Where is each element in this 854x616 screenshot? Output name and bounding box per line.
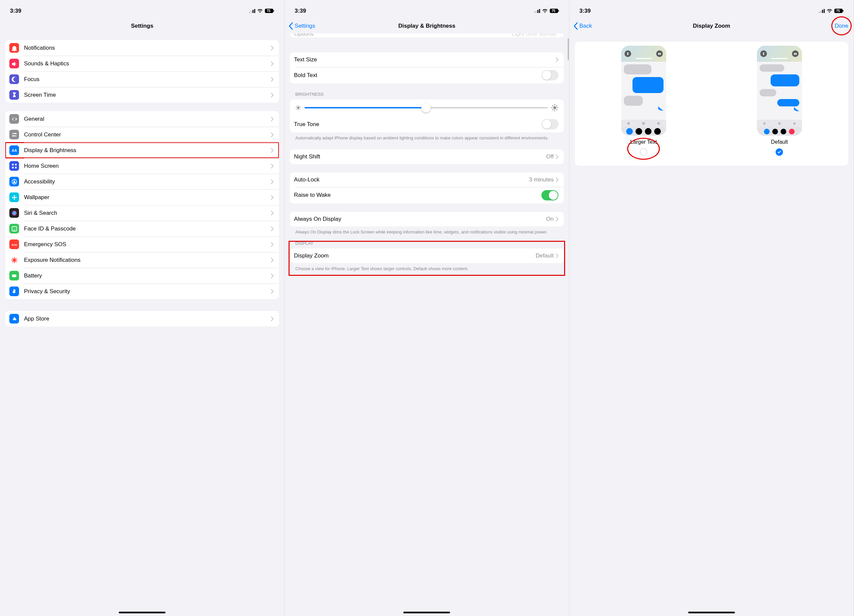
row-label: Emergency SOS [24,241,271,248]
siri-icon [9,208,19,218]
radio-checked[interactable] [776,148,783,156]
svg-point-19 [14,195,15,197]
content-scroll[interactable]: NotificationsSounds & HapticsFocusScreen… [0,34,284,616]
hand-icon [9,287,19,296]
done-button[interactable]: Done [835,18,848,34]
chevron-right-icon [556,217,558,221]
display-zoom-row[interactable]: Display Zoom Default [290,249,563,263]
row-label: Wallpaper [24,194,271,201]
settings-row-display-brightness[interactable]: AADisplay & Brightness [5,142,279,158]
svg-rect-77 [843,10,843,12]
true-tone-footer: Automatically adapt iPhone display based… [295,135,558,141]
row-label: Display & Brightness [24,147,271,154]
row-label: Text Size [294,56,555,63]
raise-to-wake-row[interactable]: Raise to Wake [290,187,563,203]
zoom-option-larger-text[interactable]: Larger Text [578,46,709,156]
svg-rect-45 [12,274,16,277]
settings-row-home-screen[interactable]: Home Screen [5,158,279,174]
person-icon [9,177,19,186]
always-on-row[interactable]: Always On Display On [290,212,563,226]
settings-row-focus[interactable]: Focus [5,72,279,87]
svg-rect-3 [254,9,255,13]
chevron-right-icon [271,289,273,294]
svg-rect-82 [763,52,764,55]
auto-lock-row[interactable]: Auto-Lock 3 minutes [290,172,563,187]
chevron-right-icon [271,242,273,247]
settings-row-screen-time[interactable]: Screen Time [5,87,279,103]
svg-line-69 [557,110,557,110]
content-area: Larger Text [569,34,854,616]
true-tone-row[interactable]: True Tone [290,116,563,133]
zoom-option-default[interactable]: Default [714,46,845,156]
settings-row-sounds-haptics[interactable]: Sounds & Haptics [5,56,279,72]
svg-point-8 [12,133,13,134]
chevron-right-icon [556,57,558,62]
status-bar: 3:39 75 [0,0,284,18]
svg-point-17 [14,180,15,182]
settings-row-accessibility[interactable]: Accessibility [5,174,279,189]
content-scroll[interactable]: Options Light Until Sunset Text Size Bol… [285,34,569,616]
back-button[interactable]: Back [573,18,592,34]
scrollbar[interactable] [568,38,569,60]
settings-row-battery[interactable]: Battery [5,268,279,284]
svg-point-44 [16,258,17,259]
settings-row-general[interactable]: General [5,111,279,127]
svg-rect-73 [820,11,821,13]
svg-point-37 [14,257,15,258]
row-label: Battery [24,273,271,279]
true-tone-toggle[interactable] [541,119,558,130]
brightness-slider-row [290,99,563,116]
settings-row-face-id-passcode[interactable]: Face ID & Passcode [5,221,279,236]
row-label: Accessibility [24,178,271,185]
svg-rect-49 [537,10,538,13]
settings-row-wallpaper[interactable]: Wallpaper [5,189,279,205]
gear-icon [9,114,19,124]
virus-icon [9,255,19,265]
settings-row-app-store[interactable]: App Store [5,311,279,326]
cellular-icon [249,9,255,13]
battery-icon: 75 [265,9,274,13]
chevron-right-icon [271,117,273,121]
row-label: Privacy & Security [24,288,271,295]
night-shift-row[interactable]: Night Shift Off [290,149,563,164]
svg-rect-52 [558,10,559,12]
settings-row-control-center[interactable]: Control Center [5,127,279,142]
settings-row-siri-search[interactable]: Siri & Search [5,205,279,221]
row-label: Sounds & Haptics [24,60,271,67]
sun-large-icon [551,104,558,111]
svg-point-41 [12,258,13,259]
nav-bar: Settings Display & Brightness [285,18,569,34]
wifi-icon [542,9,548,13]
radio-unchecked[interactable] [640,148,647,156]
page-title: Display & Brightness [398,23,455,29]
svg-rect-75 [824,9,825,13]
battery-icon: 75 [550,9,559,13]
svg-point-25 [13,228,14,229]
settings-row-notifications[interactable]: Notifications [5,40,279,56]
chevron-right-icon [271,180,273,184]
settings-row-privacy-security[interactable]: Privacy & Security [5,284,279,299]
options-row[interactable]: Options Light Until Sunset [290,34,563,37]
back-button[interactable]: Settings [288,18,315,34]
bold-text-row[interactable]: Bold Text [290,67,563,83]
chevron-right-icon [271,133,273,137]
row-label: App Store [24,316,271,322]
raise-to-wake-toggle[interactable] [541,190,558,200]
home-indicator [403,611,450,613]
svg-text:SOS: SOS [11,243,17,246]
zoom-options-card: Larger Text [575,42,848,166]
speaker-icon [9,59,19,69]
svg-point-28 [13,259,16,261]
row-value: Default [536,253,554,259]
status-indicators: 75 [534,9,559,13]
brightness-slider[interactable] [305,107,547,108]
chevron-right-icon [556,253,558,258]
settings-row-emergency-sos[interactable]: SOSEmergency SOS [5,236,279,252]
svg-point-63 [553,107,556,110]
text-size-row[interactable]: Text Size [290,52,563,67]
bold-text-toggle[interactable] [541,70,558,80]
settings-row-exposure-notifications[interactable]: Exposure Notifications [5,252,279,268]
preview-larger-text [621,46,666,136]
row-label: Night Shift [294,153,546,160]
cellular-icon [819,9,825,13]
